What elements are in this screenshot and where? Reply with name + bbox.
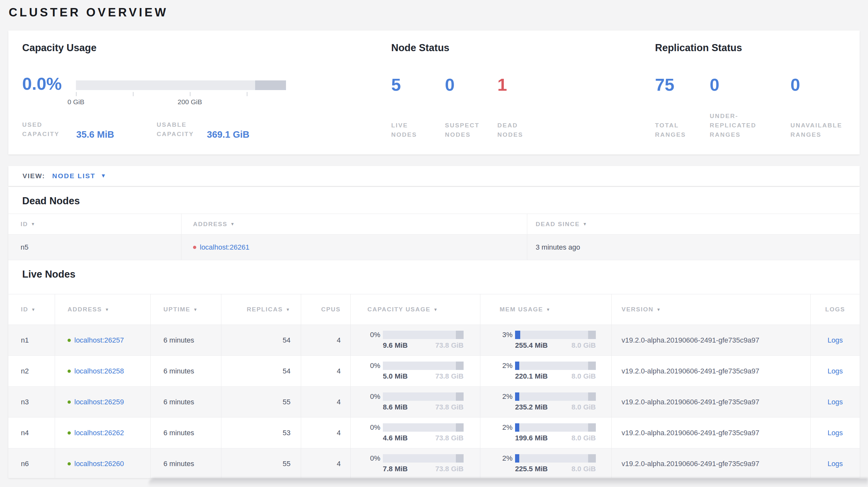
live-node-logs-cell: Logs — [810, 325, 860, 355]
capacity-used-value: 8.6 MiB — [383, 403, 408, 412]
memory-minibar — [515, 423, 596, 432]
axis-label-200gib: 200 GiB — [178, 98, 202, 106]
capacity-total-value: 73.8 GiB — [435, 465, 464, 473]
live-column-header-logs: LOGS — [810, 294, 860, 325]
logs-link[interactable]: Logs — [828, 460, 843, 468]
used-capacity-stat: USED CAPACITY 35.6 MiB — [22, 120, 60, 140]
live-column-header-address[interactable]: ADDRESS ▼ — [55, 294, 150, 325]
logs-link[interactable]: Logs — [828, 398, 843, 406]
dead-column-header-dead-since[interactable]: DEAD SINCE ▼ — [527, 214, 860, 234]
page-title: CLUSTER OVERVIEW — [9, 6, 168, 19]
live-column-header-capacity-usage[interactable]: CAPACITY USAGE ▼ — [350, 294, 480, 325]
usable-capacity-label: USABLE CAPACITY — [157, 120, 194, 139]
axis-label-0gib: 0 GiB — [68, 98, 85, 106]
capacity-percent: 0% — [367, 362, 380, 370]
live-node-id: n3 — [8, 387, 55, 417]
memory-percent: 2% — [500, 423, 513, 432]
memory-minibar — [515, 362, 596, 370]
sort-desc-icon: ▼ — [657, 307, 661, 312]
chevron-down-icon: ▼ — [101, 173, 106, 179]
live-node-row: n4 localhost:26262 6 minutes 53 4 0% 4.6… — [8, 418, 860, 448]
used-capacity-value: 35.6 MiB — [76, 129, 114, 140]
live-node-logs-cell: Logs — [810, 387, 860, 417]
live-node-id: n6 — [8, 448, 55, 478]
logs-link[interactable]: Logs — [828, 429, 843, 437]
used-capacity-label: USED CAPACITY — [22, 120, 60, 139]
nodes-tables-panel: Dead Nodes ID ▼ ADDRESS ▼ DEAD SINCE ▼ n… — [8, 187, 860, 478]
live-node-version-cell: v19.2.0-alpha.20190606-2491-gfe735c9a97 — [611, 325, 810, 355]
logs-link[interactable]: Logs — [828, 367, 843, 376]
live-node-address-link[interactable]: localhost:26259 — [74, 398, 124, 406]
live-node-address-cell: localhost:26260 — [55, 448, 150, 478]
live-node-uptime: 6 minutes — [150, 418, 221, 448]
live-node-address-cell: localhost:26258 — [55, 356, 150, 386]
live-status-dot-icon — [68, 339, 71, 342]
node-status-metrics: 5 LIVE NODES 0 SUSPECT NODES 1 DEAD NODE… — [391, 75, 571, 139]
capacity-reserved-segment — [456, 331, 464, 339]
dead-nodes-metric: 1 DEAD NODES — [497, 75, 523, 139]
suspect-nodes-count: 0 — [445, 75, 479, 94]
suspect-nodes-metric: 0 SUSPECT NODES — [445, 75, 479, 139]
live-node-version: v19.2.0-alpha.20190606-2491-gfe735c9a97 — [622, 429, 759, 437]
memory-reserved-segment — [588, 392, 596, 401]
dead-column-header-address[interactable]: ADDRESS ▼ — [181, 214, 527, 234]
live-column-header-uptime[interactable]: UPTIME ▼ — [150, 294, 221, 325]
sort-desc-icon: ▼ — [105, 307, 110, 312]
view-label: VIEW: — [23, 172, 45, 180]
sort-desc-icon: ▼ — [31, 222, 36, 226]
cluster-overview-page: CLUSTER OVERVIEW Capacity Usage 0.0% 0 G… — [0, 0, 868, 487]
capacity-percent: 0% — [367, 423, 380, 432]
live-node-address-cell: localhost:26259 — [55, 387, 150, 417]
capacity-minibar — [383, 331, 464, 339]
live-node-mem-usage-cell: 2% 235.2 MiB 8.0 GiB — [480, 387, 611, 417]
capacity-reserved-segment — [456, 454, 464, 462]
memory-total-value: 8.0 GiB — [571, 403, 596, 412]
capacity-percent: 0% — [367, 392, 380, 401]
capacity-usage-title: Capacity Usage — [22, 42, 96, 54]
dead-node-address-link[interactable]: localhost:26261 — [200, 243, 249, 252]
live-column-header-replicas[interactable]: REPLICAS ▼ — [221, 294, 301, 325]
live-node-id: n2 — [8, 356, 55, 386]
memory-total-value: 8.0 GiB — [571, 341, 596, 350]
live-node-logs-cell: Logs — [810, 356, 860, 386]
view-select-dropdown[interactable]: NODE LIST ▼ — [52, 172, 106, 180]
memory-reserved-segment — [588, 423, 596, 432]
live-nodes-label: LIVE NODES — [391, 121, 417, 139]
memory-fill — [515, 331, 520, 339]
live-node-uptime: 6 minutes — [150, 356, 221, 386]
live-node-address-link[interactable]: localhost:26262 — [74, 429, 124, 437]
live-node-address-link[interactable]: localhost:26258 — [74, 367, 124, 376]
live-node-address-link[interactable]: localhost:26257 — [74, 336, 124, 345]
live-column-header-mem-usage[interactable]: MEM USAGE ▼ — [480, 294, 611, 325]
live-node-version-cell: v19.2.0-alpha.20190606-2491-gfe735c9a97 — [611, 418, 810, 448]
live-status-dot-icon — [68, 431, 71, 434]
live-column-header-id[interactable]: ID ▼ — [8, 294, 55, 325]
memory-reserved-segment — [588, 362, 596, 370]
live-node-version: v19.2.0-alpha.20190606-2491-gfe735c9a97 — [622, 336, 759, 345]
memory-percent: 2% — [500, 454, 513, 462]
live-node-address-link[interactable]: localhost:26260 — [74, 460, 124, 468]
live-node-mem-usage-cell: 2% 199.6 MiB 8.0 GiB — [480, 418, 611, 448]
live-nodes-metric: 5 LIVE NODES — [391, 75, 417, 139]
memory-fill — [515, 423, 519, 432]
live-node-id: n1 — [8, 325, 55, 355]
capacity-total-value: 73.8 GiB — [435, 403, 464, 412]
summary-panel: Capacity Usage 0.0% 0 GiB 200 GiB USED C… — [8, 31, 860, 154]
live-node-version-cell: v19.2.0-alpha.20190606-2491-gfe735c9a97 — [611, 387, 810, 417]
live-nodes-title: Live Nodes — [22, 268, 860, 280]
live-node-mem-usage-cell: 2% 220.1 MiB 8.0 GiB — [480, 356, 611, 386]
dead-column-header-id[interactable]: ID ▼ — [8, 214, 181, 234]
live-node-row: n3 localhost:26259 6 minutes 55 4 0% 8.6… — [8, 387, 860, 418]
live-column-header-version[interactable]: VERSION ▼ — [611, 294, 810, 325]
live-column-header-cpus[interactable]: CPUS — [301, 294, 350, 325]
live-status-dot-icon — [68, 400, 71, 404]
sort-desc-icon: ▼ — [583, 222, 587, 226]
live-node-cpus: 4 — [301, 325, 350, 355]
total-ranges-count: 75 — [655, 75, 686, 94]
replication-status-metrics: 75 TOTAL RANGES 0 UNDER- REPLICATED RANG… — [655, 75, 855, 139]
sort-desc-icon: ▼ — [546, 307, 551, 312]
logs-link[interactable]: Logs — [828, 336, 843, 345]
dead-status-dot-icon — [193, 246, 196, 249]
live-node-cpus: 4 — [301, 387, 350, 417]
usable-capacity-stat: USABLE CAPACITY 369.1 GiB — [157, 120, 194, 140]
